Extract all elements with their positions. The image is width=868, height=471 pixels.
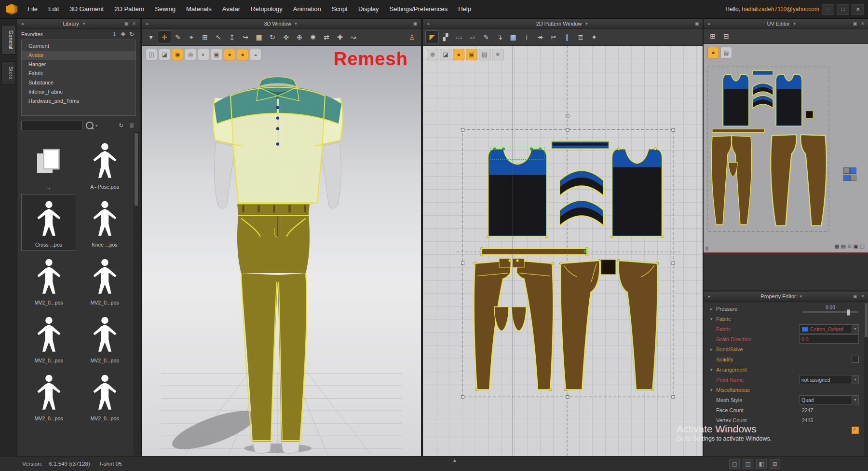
texture-display-icon[interactable]: ●: [453, 49, 464, 60]
menu-3d-garment[interactable]: 3D Garment: [64, 0, 109, 18]
library-item-pose[interactable]: MV2_0...pos: [77, 252, 132, 309]
sewing-segment-icon[interactable]: ⊞: [199, 31, 211, 43]
panel-menu-icon[interactable]: ▾: [792, 21, 798, 26]
dropdown-icon[interactable]: ▾: [852, 375, 858, 384]
edit-pattern-icon[interactable]: ▞: [439, 31, 452, 43]
library-scrollbar[interactable]: [134, 132, 139, 455]
dropdown-icon[interactable]: ▾: [852, 325, 858, 333]
library-item-pose[interactable]: Cross ...pos: [21, 194, 76, 251]
transform-pattern-icon[interactable]: ◤: [426, 31, 438, 43]
collapse-icon[interactable]: ▾: [710, 388, 716, 392]
stress-map-icon[interactable]: ●: [237, 49, 248, 60]
list-display-icon[interactable]: ≡: [492, 49, 503, 60]
layout-three-icon[interactable]: ◧: [756, 459, 767, 469]
app-logo-icon[interactable]: [6, 4, 17, 14]
pin-display-icon[interactable]: ▣: [211, 49, 222, 60]
trim-icon[interactable]: ✦: [588, 31, 600, 43]
curve-icon[interactable]: ↝: [347, 31, 360, 43]
dock-arrow-icon[interactable]: ▸: [20, 21, 26, 26]
pattern-transform-icon[interactable]: ⊕: [427, 49, 438, 60]
library-item-pose[interactable]: MV2_0...pos: [77, 368, 132, 425]
import-icon[interactable]: ↧: [110, 30, 119, 38]
grading-icon[interactable]: ≣: [574, 31, 587, 43]
uv-swatch-blue-icon[interactable]: [850, 167, 856, 174]
mesh-style-select[interactable]: Quad ▾: [799, 395, 859, 404]
internal-lines-icon[interactable]: ◎: [185, 49, 196, 60]
dock-arrow-icon[interactable]: ▸: [145, 21, 150, 26]
add-point-icon[interactable]: ⊕: [293, 31, 306, 43]
pattern-collar-piece[interactable]: [559, 170, 604, 196]
pattern-pants-back[interactable]: [474, 259, 553, 391]
uv-swatch-blue2-icon[interactable]: [843, 175, 850, 181]
slider-handle[interactable]: [847, 309, 850, 316]
3d-viewport[interactable]: ◫ ◪ ◉ ◎ ◐ ▣ ● ● ◒ Remesh: [142, 46, 421, 457]
menu-script[interactable]: Script: [326, 0, 353, 18]
library-item-pose[interactable]: Knee ...pos: [77, 194, 132, 251]
dropdown-icon[interactable]: ▾: [852, 396, 858, 404]
flip-icon[interactable]: ⇄: [320, 31, 333, 43]
grid-display-icon[interactable]: ▤: [479, 49, 490, 60]
pressure-slider[interactable]: [803, 311, 858, 313]
pleat-icon[interactable]: ∥: [561, 31, 573, 43]
search-filter-icon[interactable]: ▾: [95, 124, 97, 128]
pattern-grid-icon[interactable]: ▦: [507, 31, 519, 43]
uv-display-icon[interactable]: ▤: [720, 47, 732, 58]
favorite-hardware-trims[interactable]: Hardware_and_Trims: [22, 97, 136, 106]
uv-fit-icon[interactable]: ▦: [834, 243, 839, 249]
expand-icon[interactable]: ▸: [710, 347, 716, 352]
menu-materials[interactable]: Materials: [181, 0, 217, 18]
uv-list-icon[interactable]: ≣: [847, 243, 852, 249]
seam-display-icon[interactable]: ◐: [198, 49, 209, 60]
float-icon[interactable]: ▣: [852, 294, 858, 299]
simulate-icon[interactable]: ▾: [145, 31, 157, 43]
select-mesh-icon[interactable]: ✎: [172, 31, 184, 43]
2d-viewport[interactable]: ⊕ ◪ ● ▣ ▤ ≡: [423, 46, 703, 457]
float-icon[interactable]: ▣: [852, 21, 858, 26]
menu-animation[interactable]: Animation: [288, 0, 326, 18]
uv-island[interactable]: [711, 70, 826, 225]
close-icon[interactable]: ✕: [860, 294, 866, 299]
menu-retopology[interactable]: Retopology: [245, 0, 288, 18]
uv-lock-icon[interactable]: ▣: [853, 243, 858, 249]
favorite-interior-fabric[interactable]: Interior_Fabric: [22, 87, 136, 97]
grain-direction-input[interactable]: 0.0: [799, 334, 859, 344]
base-pattern-icon[interactable]: ▣: [466, 49, 477, 60]
fit-map-icon[interactable]: ◒: [250, 49, 261, 60]
expand-icon[interactable]: ▸: [710, 306, 716, 311]
menu-file[interactable]: File: [22, 0, 43, 18]
sewing-free-icon[interactable]: ↖: [212, 31, 225, 43]
notch-icon[interactable]: ≀: [520, 31, 533, 43]
panel-menu-icon[interactable]: ▾: [293, 21, 299, 26]
edit-curvature-icon[interactable]: ✎: [480, 31, 492, 43]
point-name-select[interactable]: not assigned ▾: [799, 375, 859, 384]
pattern-waistband[interactable]: [480, 247, 588, 256]
favorite-hanger[interactable]: Hanger: [22, 60, 136, 69]
collapse-icon[interactable]: ▾: [710, 317, 716, 321]
refresh-icon[interactable]: ↻: [127, 30, 136, 38]
favorite-garment[interactable]: Garment: [22, 42, 136, 51]
dock-arrow-icon[interactable]: ▸: [706, 294, 712, 299]
pattern-pants-front[interactable]: [559, 259, 658, 391]
favorite-avatar[interactable]: Avatar: [22, 51, 136, 60]
library-item-pose[interactable]: MV2_0...pos: [21, 310, 76, 367]
dock-arrow-icon[interactable]: ▸: [706, 21, 712, 26]
panel-menu-icon[interactable]: ▾: [583, 21, 589, 26]
texture-view-icon[interactable]: ◪: [159, 49, 170, 60]
minimize-button[interactable]: –: [822, 4, 834, 14]
pin-icon[interactable]: ⌖: [185, 31, 198, 43]
layout-quad-icon[interactable]: ⊞: [770, 459, 780, 469]
library-item-up[interactable]: ..: [21, 136, 76, 193]
menu-settings[interactable]: Settings/Preferences: [384, 0, 453, 18]
tab-general[interactable]: General: [1, 25, 16, 55]
pattern-collar-band[interactable]: [551, 141, 609, 149]
uv-swatch-gray-icon[interactable]: [843, 167, 850, 174]
pattern-pocket-square[interactable]: [601, 260, 616, 275]
extend-icon[interactable]: ↠: [534, 31, 546, 43]
reload-icon[interactable]: ↻: [117, 122, 125, 129]
search-input[interactable]: [21, 121, 83, 130]
grid-icon[interactable]: ▦: [253, 31, 265, 43]
layout-single-icon[interactable]: ▢: [729, 459, 740, 469]
account-email[interactable]: hadializadeh7110@yahoocom: [742, 6, 819, 13]
pattern-bodice-front[interactable]: [610, 148, 663, 238]
close-button[interactable]: ✕: [852, 4, 864, 14]
